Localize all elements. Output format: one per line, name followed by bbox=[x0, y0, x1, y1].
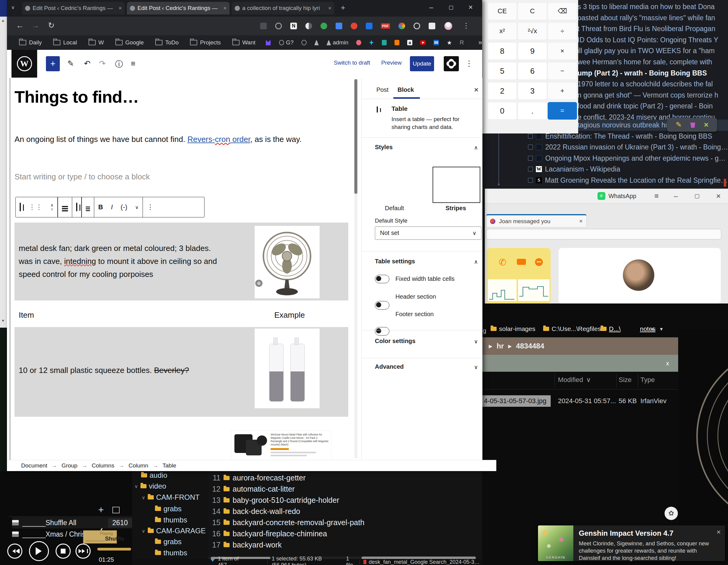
default-style-select[interactable]: Not set ∨ bbox=[375, 227, 482, 240]
table-cell[interactable]: metal desk fan; dark green or metal colo… bbox=[14, 223, 348, 300]
calc-key-plus[interactable]: + bbox=[548, 82, 577, 100]
preview-button[interactable]: Preview bbox=[381, 60, 402, 66]
whatsapp-titlebar[interactable]: ✆ WhatsApp ≡ – ▢ × bbox=[485, 189, 728, 204]
avatar-icon[interactable] bbox=[356, 40, 361, 45]
close-icon[interactable]: x bbox=[666, 360, 669, 367]
star-icon[interactable]: ★ bbox=[447, 39, 452, 46]
checkbox[interactable] bbox=[528, 134, 533, 139]
details-icon[interactable]: ⓘ bbox=[115, 59, 123, 69]
tree-item[interactable]: W Lacanianism - Wikipedia bbox=[528, 164, 728, 175]
browser-tab[interactable]: a collection of tragically hip lyri × bbox=[232, 2, 334, 15]
cell-text[interactable]: metal desk fan; dark green or metal colo… bbox=[19, 242, 224, 281]
tools-pencil-icon[interactable]: ✎ bbox=[67, 59, 74, 68]
intro-link[interactable]: Revers- bbox=[187, 135, 215, 144]
minimize-icon[interactable]: – bbox=[429, 3, 433, 11]
maximize-icon[interactable]: ▢ bbox=[694, 193, 700, 199]
colorpicker-extension-icon[interactable] bbox=[398, 23, 405, 29]
list-row[interactable]: 15backyard-concrete-removal-gravel-path bbox=[210, 518, 364, 527]
play-button[interactable] bbox=[29, 541, 49, 561]
switch-to-draft-button[interactable]: Switch to draft bbox=[334, 60, 370, 66]
viewer-button-icon[interactable]: ✿ bbox=[665, 507, 678, 520]
list-row[interactable]: 17backyard-work bbox=[210, 541, 282, 549]
tree-node[interactable]: grabs bbox=[155, 538, 182, 546]
crumb-id[interactable]: 4834484 bbox=[516, 342, 544, 350]
phone-icon[interactable]: ✆ bbox=[499, 257, 506, 268]
calc-key-0[interactable]: 0 bbox=[488, 102, 517, 120]
youtube-icon[interactable] bbox=[420, 40, 426, 45]
video-call-icon[interactable] bbox=[517, 259, 526, 265]
table-block-icon[interactable] bbox=[16, 203, 25, 211]
profile-avatar[interactable] bbox=[444, 22, 452, 30]
bookmark-label[interactable]: admin bbox=[333, 39, 348, 46]
list-view-icon[interactable]: ≡ bbox=[131, 59, 135, 68]
tree-node[interactable]: thumbs bbox=[155, 516, 187, 524]
calc-key-square[interactable]: x² bbox=[488, 22, 517, 40]
chevron-down-icon[interactable]: ∨ bbox=[134, 483, 138, 489]
close-icon[interactable]: × bbox=[704, 120, 708, 130]
style-stripes-preview[interactable] bbox=[433, 167, 480, 203]
advanced-section-header[interactable]: Advanced bbox=[375, 363, 404, 370]
browser-menu-icon[interactable]: ⋮ bbox=[462, 21, 470, 30]
breadcrumb-item[interactable]: Columns bbox=[92, 462, 114, 469]
fan-image[interactable]: ⊕ bbox=[255, 226, 320, 298]
bookmark-folder[interactable]: Projects bbox=[190, 39, 221, 46]
tree-node[interactable]: grabs bbox=[155, 505, 182, 513]
tree-node[interactable]: audio bbox=[141, 471, 167, 479]
forward-icon[interactable]: → bbox=[32, 21, 40, 30]
column-size[interactable]: Size bbox=[619, 376, 632, 384]
bookmark-icon[interactable] bbox=[266, 40, 271, 45]
bookmark-icon[interactable] bbox=[382, 40, 387, 45]
table-cell[interactable]: 10 or 12 small plastic squeeze bottles. … bbox=[14, 327, 348, 417]
extension-icon[interactable] bbox=[414, 23, 420, 29]
bookmark-icon[interactable] bbox=[395, 40, 399, 45]
tree-node[interactable]: ∨ CAM-GARAGE bbox=[142, 527, 206, 535]
calc-key-3[interactable]: 3 bbox=[518, 82, 547, 100]
browser-tab[interactable]: Edit Post ‹ Cedric's Rantings — × bbox=[22, 2, 125, 15]
calc-key-sqrt[interactable]: ²√x bbox=[518, 22, 547, 40]
back-icon[interactable]: ← bbox=[16, 21, 24, 30]
tree-node[interactable]: thumbs bbox=[155, 549, 187, 557]
settings-gear-button[interactable] bbox=[444, 56, 459, 71]
calc-key-dot[interactable]: . bbox=[518, 102, 547, 120]
tree-item[interactable]: 2022 Russian invasion of Ukraine (Part 3… bbox=[528, 142, 728, 153]
column-modified[interactable]: Modified∨ bbox=[558, 376, 591, 384]
calc-key-2[interactable]: 2 bbox=[488, 82, 517, 100]
amazon-icon[interactable]: a bbox=[407, 40, 412, 45]
browser-tab-active[interactable]: Edit Post ‹ Cedric's Rantings — × bbox=[127, 2, 230, 15]
calc-key-backspace[interactable]: ⌫ bbox=[548, 2, 577, 20]
drag-handle-icon[interactable]: ⋮⋮ bbox=[25, 203, 47, 211]
playlist-label[interactable]: ______Shuffle All bbox=[22, 519, 105, 527]
bookmarks-overflow-icon[interactable]: » bbox=[478, 39, 482, 47]
bookmark-folder[interactable]: Daily bbox=[19, 39, 42, 46]
next-button[interactable] bbox=[76, 544, 91, 559]
breadcrumb-item-current[interactable]: Table bbox=[163, 462, 176, 469]
scroll-up-icon[interactable]: ▲ bbox=[1, 18, 5, 23]
explorer-breadcrumb[interactable]: ▸ hr ▸ 4834484 bbox=[482, 337, 678, 355]
explorer-tab-solar-images[interactable]: solar-images bbox=[491, 325, 535, 332]
italic-button[interactable]: I bbox=[107, 203, 117, 211]
delete-icon[interactable] bbox=[690, 122, 695, 128]
style-default-preview[interactable] bbox=[375, 167, 422, 202]
tab-dropdown-icon[interactable]: ▼ bbox=[659, 326, 664, 331]
previous-button[interactable] bbox=[7, 544, 22, 559]
breadcrumb-item[interactable]: Document bbox=[21, 462, 47, 469]
undo-icon[interactable]: ↶ bbox=[84, 59, 91, 68]
bookmark-folder[interactable]: ToDo bbox=[155, 39, 179, 46]
toggle-footer-section[interactable] bbox=[375, 327, 389, 335]
list-row[interactable]: 11aurora-forecast-getter bbox=[210, 473, 306, 482]
wordpress-logo[interactable]: W bbox=[11, 50, 37, 78]
bookmark-folder[interactable]: Google bbox=[115, 39, 144, 46]
list-row[interactable]: 13baby-groot-510-cartridge-holder bbox=[210, 496, 339, 505]
table-header-example[interactable]: Example bbox=[274, 310, 305, 320]
globe-icon[interactable] bbox=[301, 40, 307, 45]
checkbox[interactable] bbox=[528, 156, 533, 161]
close-icon[interactable]: × bbox=[469, 3, 473, 11]
bold-button[interactable]: B bbox=[94, 203, 107, 211]
minimize-icon[interactable]: – bbox=[674, 192, 678, 200]
add-icon[interactable]: + bbox=[98, 504, 104, 515]
list-row[interactable]: 16backyard-fireplace-chiminea bbox=[210, 529, 327, 538]
close-icon[interactable]: × bbox=[579, 218, 583, 225]
extension-icon[interactable] bbox=[305, 23, 312, 29]
toggle-fixed-width[interactable] bbox=[375, 275, 389, 283]
editor-scrollbar[interactable] bbox=[354, 79, 357, 458]
